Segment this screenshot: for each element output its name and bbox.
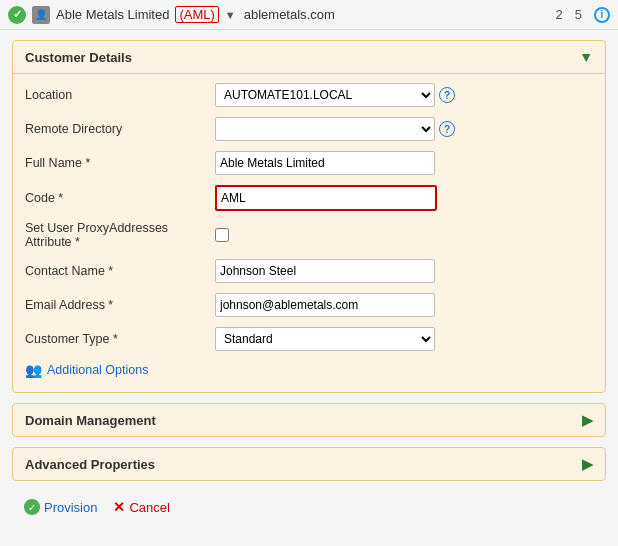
- cancel-label: Cancel: [129, 500, 169, 515]
- customer-details-collapse-icon[interactable]: ▼: [579, 49, 593, 65]
- status-icon: ✓: [8, 6, 26, 24]
- code-label: Code *: [25, 191, 215, 205]
- advanced-properties-panel: Advanced Properties ▶: [12, 447, 606, 481]
- customer-type-control: Standard: [215, 327, 593, 351]
- advanced-properties-header[interactable]: Advanced Properties ▶: [13, 448, 605, 480]
- additional-options-row: 👥 Additional Options: [25, 358, 593, 382]
- location-control: AUTOMATE101.LOCAL ?: [215, 83, 593, 107]
- topbar-num1: 2: [556, 7, 563, 22]
- footer-bar: ✓ Provision ✕ Cancel: [12, 491, 606, 523]
- full-name-row: Full Name *: [25, 146, 593, 180]
- remote-directory-select[interactable]: [215, 117, 435, 141]
- provision-check-icon: ✓: [24, 499, 40, 515]
- proxy-control: [215, 228, 593, 242]
- email-label: Email Address *: [25, 298, 215, 312]
- advanced-properties-title: Advanced Properties: [25, 457, 155, 472]
- cancel-button[interactable]: ✕ Cancel: [113, 499, 169, 515]
- domain-management-header[interactable]: Domain Management ▶: [13, 404, 605, 436]
- email-control: [215, 293, 593, 317]
- code-input[interactable]: [217, 187, 435, 209]
- domain-management-panel: Domain Management ▶: [12, 403, 606, 437]
- contact-input[interactable]: [215, 259, 435, 283]
- proxy-label: Set User ProxyAddresses Attribute *: [25, 221, 215, 249]
- main-content: Customer Details ▼ Location AUTOMATE101.…: [0, 30, 618, 546]
- provision-label: Provision: [44, 500, 97, 515]
- code-input-wrapper: [215, 185, 437, 211]
- provision-button[interactable]: ✓ Provision: [24, 499, 97, 515]
- domain-management-title: Domain Management: [25, 413, 156, 428]
- customer-details-panel: Customer Details ▼ Location AUTOMATE101.…: [12, 40, 606, 393]
- location-row: Location AUTOMATE101.LOCAL ?: [25, 78, 593, 112]
- email-input[interactable]: [215, 293, 435, 317]
- topbar-num2: 5: [575, 7, 582, 22]
- location-help-icon[interactable]: ?: [439, 87, 455, 103]
- company-code: (AML): [175, 6, 218, 23]
- cancel-x-icon: ✕: [113, 499, 125, 515]
- contact-row: Contact Name *: [25, 254, 593, 288]
- remote-directory-label: Remote Directory: [25, 122, 215, 136]
- customer-details-body: Location AUTOMATE101.LOCAL ? Remote Dire…: [13, 73, 605, 392]
- additional-options-icon: 👥: [25, 362, 42, 378]
- additional-options-link[interactable]: Additional Options: [47, 363, 148, 377]
- remote-directory-help-icon[interactable]: ?: [439, 121, 455, 137]
- customer-type-label: Customer Type *: [25, 332, 215, 346]
- customer-details-title: Customer Details: [25, 50, 132, 65]
- domain-management-expand-icon[interactable]: ▶: [582, 412, 593, 428]
- location-select[interactable]: AUTOMATE101.LOCAL: [215, 83, 435, 107]
- company-name: Able Metals Limited: [56, 7, 169, 22]
- location-label: Location: [25, 88, 215, 102]
- avatar: 👤: [32, 6, 50, 24]
- full-name-input[interactable]: [215, 151, 435, 175]
- customer-type-select[interactable]: Standard: [215, 327, 435, 351]
- code-row: Code *: [25, 180, 593, 216]
- advanced-properties-expand-icon[interactable]: ▶: [582, 456, 593, 472]
- customer-details-header[interactable]: Customer Details ▼: [13, 41, 605, 73]
- contact-label: Contact Name *: [25, 264, 215, 278]
- remote-directory-control: ?: [215, 117, 593, 141]
- customer-type-row: Customer Type * Standard: [25, 322, 593, 356]
- email-row: Email Address *: [25, 288, 593, 322]
- domain: ablemetals.com: [244, 7, 335, 22]
- proxy-checkbox[interactable]: [215, 228, 229, 242]
- code-control: [215, 185, 593, 211]
- remote-directory-row: Remote Directory ?: [25, 112, 593, 146]
- proxy-row: Set User ProxyAddresses Attribute *: [25, 216, 593, 254]
- full-name-control: [215, 151, 593, 175]
- topbar-arrow-icon: ▼: [225, 9, 236, 21]
- full-name-label: Full Name *: [25, 156, 215, 170]
- contact-control: [215, 259, 593, 283]
- topbar: ✓ 👤 Able Metals Limited (AML) ▼ ablemeta…: [0, 0, 618, 30]
- info-icon[interactable]: i: [594, 7, 610, 23]
